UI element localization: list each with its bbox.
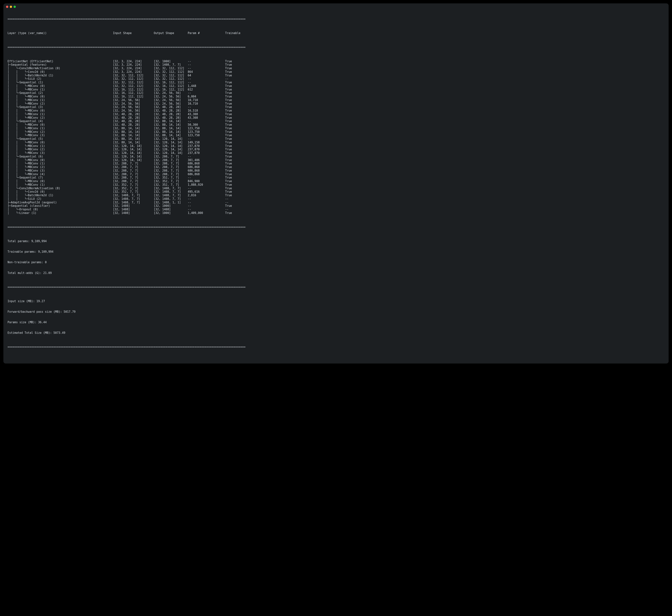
cell-layer: │ │ └─MBConv (0)	[8, 109, 113, 113]
cell-param-count: 6,004	[188, 95, 225, 98]
cell-trainable: True	[225, 176, 245, 179]
cell-input-shape: [32, 1408]	[113, 208, 154, 211]
cell-trainable: True	[225, 98, 245, 102]
terminal-window: ========================================…	[3, 3, 669, 364]
cell-trainable: True	[225, 158, 245, 162]
cell-layer: │ │ └─MBConv (3)	[8, 151, 113, 155]
cell-trainable: True	[225, 162, 245, 165]
cell-input-shape: [32, 16, 112, 112]	[113, 88, 154, 91]
cell-layer: ├─Sequential (features)	[8, 63, 113, 67]
close-icon[interactable]	[6, 6, 8, 8]
hr-bottom: ========================================…	[8, 225, 664, 229]
table-row: │ │ └─MBConv (0)[32, 16, 112, 112][32, 2…	[8, 95, 664, 98]
cell-layer: │ │ └─MBConv (2)	[8, 165, 113, 169]
cell-input-shape: [32, 88, 14, 14]	[113, 137, 154, 141]
cell-layer: │ │ └─MBConv (3)	[8, 134, 113, 137]
cell-layer: │ └─Sequential (2)	[8, 91, 113, 95]
cell-output-shape: [32, 1408, 7, 7]	[154, 190, 188, 194]
table-row: │ └─Dropout (0)[32, 1408][32, 1408]----	[8, 208, 664, 211]
model-summary-body: EfficientNet (EfficientNet)[32, 3, 224, …	[8, 60, 664, 215]
cell-output-shape: [32, 1408]	[154, 208, 188, 211]
cell-trainable: True	[225, 113, 245, 116]
cell-output-shape: [32, 120, 14, 14]	[154, 137, 188, 141]
cell-layer: │ │ └─MBConv (2)	[8, 102, 113, 106]
cell-output-shape: [32, 32, 112, 112]	[154, 67, 188, 70]
table-row: ├─AdaptiveAvgPool2d (avgpool)[32, 1408, …	[8, 201, 664, 204]
cell-output-shape: [32, 32, 112, 112]	[154, 74, 188, 77]
hr-header: ========================================…	[8, 46, 664, 49]
cell-input-shape: [32, 48, 28, 28]	[113, 119, 154, 123]
cell-output-shape: [32, 208, 7, 7]	[154, 155, 188, 158]
cell-param-count: --	[188, 155, 225, 158]
cell-layer: │ └─Conv2dNormActivation (8)	[8, 187, 113, 190]
summary-input-size: Input size (MB): 19.27	[8, 300, 664, 303]
cell-layer: │ │ └─MBConv (1)	[8, 144, 113, 148]
cell-layer: │ │ └─SiLU (2)	[8, 77, 113, 81]
cell-trainable: True	[225, 119, 245, 123]
zoom-icon[interactable]	[14, 6, 16, 8]
table-row: │ │ └─MBConv (3)[32, 208, 7, 7][32, 208,…	[8, 169, 664, 173]
cell-param-count: 686,868	[188, 162, 225, 165]
cell-output-shape: [32, 1408, 7, 7]	[154, 197, 188, 201]
cell-layer: │ │ └─MBConv (1)	[8, 88, 113, 91]
cell-param-count: --	[188, 197, 225, 201]
table-row: │ │ └─MBConv (3)[32, 120, 14, 14][32, 12…	[8, 151, 664, 155]
cell-input-shape: [32, 3, 224, 224]	[113, 63, 154, 67]
cell-input-shape: [32, 48, 28, 28]	[113, 123, 154, 127]
table-row: │ │ └─MBConv (1)[32, 16, 112, 112][32, 1…	[8, 88, 664, 91]
terminal-output: ========================================…	[3, 9, 669, 356]
cell-output-shape: [32, 352, 7, 7]	[154, 176, 188, 179]
window-titlebar	[3, 3, 669, 9]
cell-trainable: True	[225, 194, 245, 197]
table-row: │ │ └─MBConv (0)[32, 88, 14, 14][32, 120…	[8, 141, 664, 144]
cell-layer: │ │ └─MBConv (2)	[8, 130, 113, 134]
cell-input-shape: [32, 120, 14, 14]	[113, 148, 154, 151]
cell-layer: │ │ └─BatchNorm2d (1)	[8, 74, 113, 77]
cell-layer: │ │ └─MBConv (0)	[8, 84, 113, 88]
cell-input-shape: [32, 352, 7, 7]	[113, 190, 154, 194]
cell-layer: │ │ └─MBConv (0)	[8, 158, 113, 162]
table-row: │ │ └─MBConv (2)[32, 24, 56, 56][32, 24,…	[8, 102, 664, 106]
cell-trainable: True	[225, 74, 245, 77]
cell-trainable: True	[225, 105, 245, 109]
table-header-row: Layer (type (var_name)) Input Shape Outp…	[8, 31, 664, 35]
cell-trainable: --	[225, 201, 245, 204]
cell-input-shape: [32, 88, 14, 14]	[113, 141, 154, 144]
cell-trainable: True	[225, 88, 245, 91]
cell-input-shape: [32, 1408]	[113, 211, 154, 215]
table-row: │ │ └─MBConv (0)[32, 48, 28, 28][32, 88,…	[8, 123, 664, 127]
cell-layer: │ │ └─MBConv (0)	[8, 123, 113, 127]
cell-input-shape: [32, 352, 7, 7]	[113, 183, 154, 187]
cell-input-shape: [32, 208, 7, 7]	[113, 165, 154, 169]
cell-output-shape: [32, 16, 112, 112]	[154, 81, 188, 84]
cell-layer: │ │ └─BatchNorm2d (1)	[8, 194, 113, 197]
cell-param-count: 237,870	[188, 151, 225, 155]
cell-param-count: 686,868	[188, 165, 225, 169]
table-row: │ └─Linear (1)[32, 1408][32, 1000]1,409,…	[8, 211, 664, 215]
cell-layer: │ │ └─MBConv (1)	[8, 113, 113, 116]
cell-param-count: --	[188, 105, 225, 109]
cell-param-count: 43,308	[188, 113, 225, 116]
cell-output-shape: [32, 16, 112, 112]	[154, 84, 188, 88]
minimize-icon[interactable]	[10, 6, 12, 8]
table-row: │ └─Sequential (3)[32, 24, 56, 56][32, 4…	[8, 105, 664, 109]
col-train: Trainable	[225, 31, 245, 35]
cell-trainable: True	[225, 155, 245, 158]
cell-output-shape: [32, 120, 14, 14]	[154, 148, 188, 151]
summary-total-params: Total params: 9,109,994	[8, 240, 664, 243]
table-row: │ └─Sequential (5)[32, 88, 14, 14][32, 1…	[8, 137, 664, 141]
cell-input-shape: [32, 32, 112, 112]	[113, 77, 154, 81]
cell-output-shape: [32, 352, 7, 7]	[154, 183, 188, 187]
cell-input-shape: [32, 32, 112, 112]	[113, 84, 154, 88]
cell-output-shape: [32, 120, 14, 14]	[154, 141, 188, 144]
cell-param-count: --	[188, 119, 225, 123]
cell-trainable: True	[225, 137, 245, 141]
cell-param-count: 123,750	[188, 130, 225, 134]
table-row: │ │ └─MBConv (2)[32, 120, 14, 14][32, 12…	[8, 148, 664, 151]
cell-output-shape: [32, 1000]	[154, 60, 188, 63]
cell-layer: │ │ └─MBConv (0)	[8, 179, 113, 183]
table-row: │ └─Conv2dNormActivation (0)[32, 3, 224,…	[8, 67, 664, 70]
cell-param-count: 301,406	[188, 158, 225, 162]
summary-params-size: Params size (MB): 36.44	[8, 321, 664, 324]
cell-param-count: 846,900	[188, 179, 225, 183]
